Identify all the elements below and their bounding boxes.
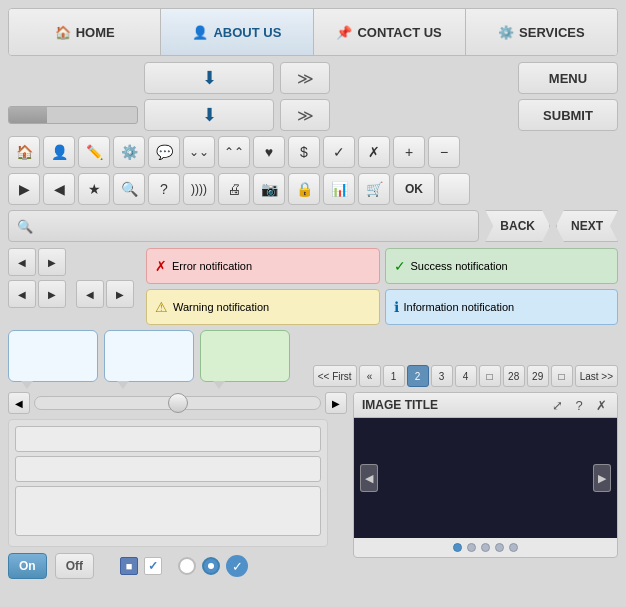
page-3-btn[interactable]: 3 [431,365,453,387]
icon-print[interactable]: 🖨 [218,173,250,205]
icon-arrow-right[interactable]: ▶ [8,173,40,205]
notif-row-1: ✗ Error notification ✓ Success notificat… [146,248,618,284]
icon-star[interactable]: ★ [78,173,110,205]
toggle-on-btn[interactable]: On [8,553,47,579]
icon-arrow-left[interactable]: ◀ [43,173,75,205]
icon-chat[interactable]: 💬 [148,136,180,168]
prev-btn-2[interactable]: ◀ [8,280,36,308]
icon-user[interactable]: 👤 [43,136,75,168]
bubbles-pagination-row: << First « 1 2 3 4 □ 28 29 □ Last >> [8,330,618,387]
dropdown-row-1: ⬇ ≫ MENU [8,62,618,94]
next-btn-3[interactable]: ▶ [106,280,134,308]
nav-about[interactable]: 👤 ABOUT US [161,9,313,55]
checkbox-filled[interactable]: ■ [120,557,138,575]
toggle-off-btn[interactable]: Off [55,553,94,579]
first-page-btn[interactable]: << First [313,365,357,387]
icon-settings[interactable]: ⚙️ [113,136,145,168]
prev-pages-btn[interactable]: « [359,365,381,387]
menu-button[interactable]: MENU [518,62,618,94]
icon-check[interactable]: ✓ [323,136,355,168]
search-input-field[interactable]: 🔍 [8,210,479,242]
image-content: ◀ ▶ [354,418,617,538]
radio-empty[interactable] [178,557,196,575]
back-button[interactable]: BACK [485,210,550,242]
chevron-btn-2[interactable]: ≫ [280,99,330,131]
icon-camera[interactable]: 📷 [253,173,285,205]
panel-expand-btn[interactable]: ⤢ [549,397,565,413]
icon-plus[interactable]: + [393,136,425,168]
next-button[interactable]: NEXT [556,210,618,242]
home-icon: 🏠 [55,25,71,40]
icon-rss[interactable]: )))) [183,173,215,205]
double-chevron-icon-2: ≫ [297,106,314,125]
icon-question[interactable]: ? [148,173,180,205]
next-btn-1[interactable]: ▶ [38,248,66,276]
prev-btn-1[interactable]: ◀ [8,248,36,276]
icon-chevron-down2[interactable]: ⌄⌄ [183,136,215,168]
image-panel: IMAGE TITLE ⤢ ? ✗ ◀ ▶ [353,392,618,558]
slider-left-btn[interactable]: ◀ [8,392,30,414]
media-row-all: ◀ ▶ ◀ ▶ [8,280,140,308]
bottom-controls-row: On Off ■ ✓ ✓ [8,553,347,579]
check-circle-btn[interactable]: ✓ [226,555,248,577]
nav-contact[interactable]: 📌 CONTACT US [314,9,466,55]
icon-cart[interactable]: 🛒 [358,173,390,205]
page-1-btn[interactable]: 1 [383,365,405,387]
chevron-btn-1[interactable]: ≫ [280,62,330,94]
nav-home[interactable]: 🏠 HOME [9,9,161,55]
icon-heart[interactable]: ♥ [253,136,285,168]
icon-chevron-up2[interactable]: ⌃⌃ [218,136,250,168]
page-ellipsis-2: □ [551,365,573,387]
dropdown-row-2: ⬇ ≫ SUBMIT [8,99,618,131]
icon-dollar[interactable]: $ [288,136,320,168]
page-2-btn[interactable]: 2 [407,365,429,387]
page-29-btn[interactable]: 29 [527,365,549,387]
dot-3[interactable] [481,543,490,552]
icon-lock[interactable]: 🔒 [288,173,320,205]
media-notif-row: ◀ ▶ ◀ ▶ ◀ ▶ ✗ Error notification ✓ Succe… [8,248,618,325]
media-group-3: ◀ ▶ [76,280,134,308]
icon-minus[interactable]: − [428,136,460,168]
icon-edit[interactable]: ✏️ [78,136,110,168]
image-display [378,418,593,538]
panel-help-btn[interactable]: ? [571,397,587,413]
next-btn-2[interactable]: ▶ [38,280,66,308]
dot-1[interactable] [453,543,462,552]
panel-close-btn[interactable]: ✗ [593,397,609,413]
form-input-2[interactable] [15,456,321,482]
dot-4[interactable] [495,543,504,552]
radio-dot [208,563,214,569]
error-notification[interactable]: ✗ Error notification [146,248,380,284]
dropdown-btn-1[interactable]: ⬇ [144,62,274,94]
checkbox-checked[interactable]: ✓ [144,557,162,575]
dot-5[interactable] [509,543,518,552]
nav-services[interactable]: ⚙️ SERVICES [466,9,617,55]
speech-bubbles [8,330,290,382]
last-page-btn[interactable]: Last >> [575,365,618,387]
icon-search[interactable]: 🔍 [113,173,145,205]
ok-button[interactable]: OK [393,173,435,205]
slider-right-btn[interactable]: ▶ [325,392,347,414]
submit-button[interactable]: SUBMIT [518,99,618,131]
page-4-btn[interactable]: 4 [455,365,477,387]
icon-home[interactable]: 🏠 [8,136,40,168]
image-prev-btn[interactable]: ◀ [360,464,378,492]
page-28-btn[interactable]: 28 [503,365,525,387]
radio-selected[interactable] [202,557,220,575]
icon-chart[interactable]: 📊 [323,173,355,205]
slider-track[interactable] [34,396,321,410]
form-textarea[interactable] [15,486,321,536]
prev-btn-3[interactable]: ◀ [76,280,104,308]
icon-close[interactable]: ✗ [358,136,390,168]
success-notification[interactable]: ✓ Success notification [385,248,619,284]
image-next-btn[interactable]: ▶ [593,464,611,492]
dot-2[interactable] [467,543,476,552]
warning-notification[interactable]: ⚠ Warning notification [146,289,380,325]
form-input-1[interactable] [15,426,321,452]
chevron-double-down-icon: ⬇ [202,67,217,89]
info-notification[interactable]: ℹ Information notification [385,289,619,325]
slider-thumb[interactable] [168,393,188,413]
image-dots [354,538,617,557]
dropdown-btn-2[interactable]: ⬇ [144,99,274,131]
pin-icon: 📌 [336,25,352,40]
